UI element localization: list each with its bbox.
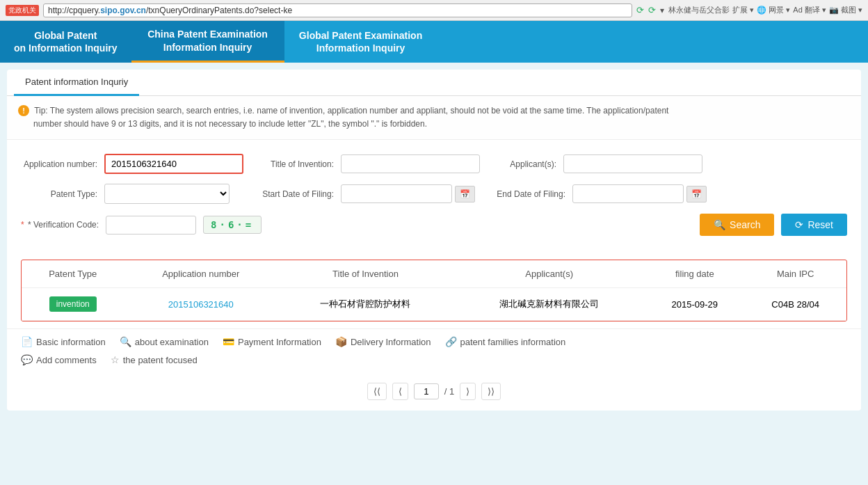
start-date-wrapper: 📅 [341, 184, 475, 203]
last-page-button[interactable]: ⟩⟩ [481, 383, 501, 400]
title-label: Title of Invention: [250, 159, 334, 169]
examination-link[interactable]: 🔍 about examination [120, 336, 209, 347]
patent-families-icon: 🔗 [445, 336, 457, 347]
url-suffix: /txnQueryOrdinaryPatents.do?select-ke [146, 6, 292, 15]
search-button[interactable]: 🔍 Search [700, 214, 774, 236]
patent-type-label: Patent Type: [21, 189, 97, 199]
main-content: Patent information Inquriy ! Tip: The sy… [7, 70, 861, 411]
payment-link[interactable]: 💳 Payment Information [223, 336, 321, 347]
url-bar[interactable]: http://cpquery.sipo.gov.cn/txnQueryOrdin… [43, 3, 632, 17]
reset-button[interactable]: ⟳ Reset [781, 214, 847, 236]
ext-icon[interactable]: 扩展 ▾ [732, 5, 754, 15]
page-number-input[interactable] [414, 383, 439, 399]
end-date-calendar-icon[interactable]: 📅 [686, 186, 707, 202]
verification-input[interactable] [106, 216, 196, 234]
url-prefix: http://cpquery. [48, 6, 100, 15]
browser-bar: 党政机关 http://cpquery.sipo.gov.cn/txnQuery… [0, 0, 868, 21]
reset-icon: ⟳ [795, 219, 803, 230]
delivery-link[interactable]: 📦 Delivery Information [335, 336, 431, 347]
basic-info-icon: 📄 [21, 336, 33, 347]
refresh2-icon[interactable]: ⟳ [648, 5, 656, 15]
next-page-button[interactable]: ⟩ [460, 383, 476, 400]
patent-focused-link[interactable]: ☆ the patent focused [111, 354, 198, 365]
net-icon[interactable]: 🌐 网景 ▾ [757, 5, 790, 15]
end-date-wrapper: 📅 [572, 184, 707, 203]
app-number-label: Application number: [21, 159, 97, 169]
first-page-button[interactable]: ⟨⟨ [367, 383, 387, 400]
browser-icons: 林永健与岳父合影 扩展 ▾ 🌐 网景 ▾ Ad 翻译 ▾ 📷 截图 ▾ [668, 5, 862, 15]
gov-tag: 党政机关 [6, 5, 39, 16]
dropdown-icon[interactable]: ▾ [660, 6, 664, 15]
cell-title: 一种石材背腔防护材料 [278, 288, 453, 321]
invention-badge: invention [49, 296, 97, 312]
start-date-label: Start Date of Filing: [236, 189, 334, 199]
table-row: invention 2015106321640 一种石材背腔防护材料 湖北碱克新… [22, 288, 846, 321]
search-icon: 🔍 [714, 219, 725, 230]
top-nav: Global Patent on Information Inquiry Chi… [0, 21, 868, 63]
col-applicant: Applicant(s) [453, 260, 645, 288]
start-date-calendar-icon[interactable]: 📅 [455, 186, 475, 202]
basic-info-link[interactable]: 📄 Basic information [21, 336, 106, 347]
refresh-icon[interactable]: ⟳ [636, 5, 644, 15]
cell-app-number[interactable]: 2015106321640 [124, 288, 278, 321]
applicant-label: Applicant(s): [487, 159, 556, 169]
page-total: / 1 [444, 386, 454, 397]
translate-icon[interactable]: Ad 翻译 ▾ [793, 5, 826, 15]
start-date-input[interactable] [341, 184, 452, 203]
delivery-icon: 📦 [335, 336, 347, 347]
pagination: ⟨⟨ ⟨ / 1 ⟩ ⟩⟩ [7, 372, 861, 411]
table-header-row: Patent Type Application number Title of … [22, 260, 846, 288]
verification-label: * * Verification Code: [21, 220, 99, 230]
patent-inquiry-tab[interactable]: Patent information Inquriy [14, 70, 139, 96]
star-icon: ☆ [111, 354, 120, 365]
bottom-links: 📄 Basic information 🔍 about examination … [7, 328, 861, 354]
col-patent-type: Patent Type [22, 260, 124, 288]
end-date-input[interactable] [572, 184, 684, 203]
bottom-links-2: 💬 Add comments ☆ the patent focused [7, 354, 861, 372]
search-form: Application number: Title of Invention: … [7, 140, 861, 253]
add-comments-link[interactable]: 💬 Add comments [21, 354, 97, 365]
nav-global-examination[interactable]: Global Patent Examination Information In… [284, 21, 437, 63]
cell-main-ipc: C04B 28/04 [744, 288, 846, 321]
tip-text1: Tip: The system allows precision search,… [34, 106, 668, 116]
tip-text2: number should have 9 or 13 digits, and i… [33, 118, 427, 131]
form-row-1: Application number: Title of Invention: … [21, 154, 847, 174]
tip-box: ! Tip: The system allows precision searc… [7, 96, 861, 140]
payment-icon: 💳 [223, 336, 234, 347]
app-number-link[interactable]: 2015106321640 [168, 299, 234, 310]
user-label: 林永健与岳父合影 [668, 5, 730, 15]
results-section: Patent Type Application number Title of … [21, 260, 847, 321]
col-title: Title of Invention [278, 260, 453, 288]
tab-bar: Patent information Inquriy [7, 70, 861, 96]
cell-applicant: 湖北碱克新材料有限公司 [453, 288, 645, 321]
nav-global-patent[interactable]: Global Patent on Information Inquiry [0, 21, 131, 63]
col-filing-date: filing date [645, 260, 744, 288]
patent-families-link[interactable]: 🔗 patent families information [445, 336, 566, 347]
applicant-input[interactable] [563, 154, 702, 173]
form-row-3: * * Verification Code: 8·6·= 🔍 Search ⟳ … [21, 214, 847, 236]
patent-type-select[interactable] [104, 184, 230, 204]
url-domain: sipo.gov.cn [100, 6, 146, 15]
cell-filing-date: 2015-09-29 [645, 288, 744, 321]
end-date-label: End Date of Filing: [482, 189, 565, 199]
col-main-ipc: Main IPC [744, 260, 846, 288]
nav-china-patent[interactable]: China Patent Examination Information Inq… [131, 21, 284, 63]
prev-page-button[interactable]: ⟨ [392, 383, 408, 400]
app-number-input[interactable] [104, 154, 243, 174]
captcha-image: 8·6·= [203, 216, 262, 234]
tip-icon: ! [18, 105, 29, 116]
cell-patent-type: invention [22, 288, 124, 321]
col-app-number: Application number [124, 260, 278, 288]
examination-icon: 🔍 [120, 336, 131, 347]
form-row-2: Patent Type: Start Date of Filing: 📅 End… [21, 184, 847, 204]
title-input[interactable] [341, 154, 480, 173]
comment-icon: 💬 [21, 354, 33, 365]
screenshot-icon[interactable]: 📷 截图 ▾ [829, 5, 862, 15]
required-star: * [21, 220, 24, 230]
results-table: Patent Type Application number Title of … [22, 260, 846, 321]
